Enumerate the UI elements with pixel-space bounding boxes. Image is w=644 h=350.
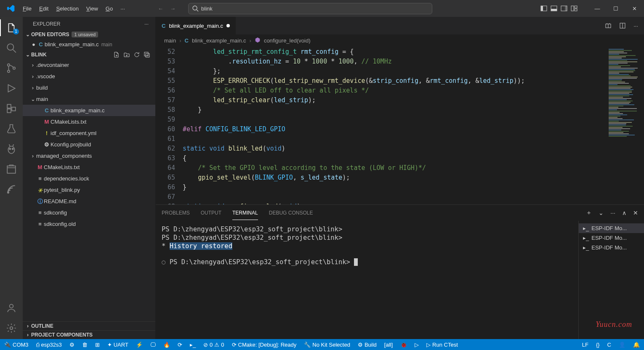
tree-item[interactable]: ≡dependencies.lock: [23, 173, 155, 184]
tab-output[interactable]: OUTPUT: [201, 210, 221, 216]
customize-layout-icon[interactable]: [571, 5, 577, 12]
open-editors-list: ● C blink_example_main.c main: [23, 39, 155, 50]
sb-kit[interactable]: 🔧 No Kit Selected: [302, 342, 352, 348]
new-folder-icon[interactable]: [123, 51, 130, 58]
breadcrumbs[interactable]: main › C blink_example_main.c › configur…: [156, 34, 644, 46]
tree-item[interactable]: ⌄main: [23, 93, 155, 105]
sb-gear-icon[interactable]: ⚙: [68, 342, 76, 348]
workspace-header[interactable]: ⌄ BLINK: [23, 50, 155, 59]
tab-terminal[interactable]: TERMINAL: [232, 210, 258, 216]
nav-back-icon[interactable]: ←: [158, 5, 163, 12]
sb-bell-icon[interactable]: 🔔: [631, 342, 641, 348]
sb-debug-icon[interactable]: 🐞: [399, 342, 409, 348]
terminal-list-item[interactable]: ▸_ESP-IDF Mo...: [579, 243, 644, 252]
sb-braces[interactable]: {}: [594, 342, 601, 348]
menu-file[interactable]: File: [19, 4, 35, 13]
toggle-secondary-sidebar-icon[interactable]: [561, 5, 567, 12]
extensions-icon[interactable]: [5, 103, 17, 114]
svg-line-12: [13, 49, 16, 53]
collapse-icon[interactable]: [144, 51, 150, 58]
maximize-panel-icon[interactable]: ∧: [622, 209, 626, 216]
menu-more[interactable]: ···: [117, 4, 128, 13]
project-components-header[interactable]: ›PROJECT COMPONENTS: [23, 330, 155, 339]
platformio-icon[interactable]: [5, 143, 17, 155]
tree-item[interactable]: ≡sdkconfig: [23, 207, 155, 218]
terminal-list-item[interactable]: ▸_ESP-IDF Mo...: [579, 233, 644, 243]
tree-item[interactable]: ›build: [23, 82, 155, 93]
terminal-more-icon[interactable]: ···: [610, 209, 615, 216]
close-panel-icon[interactable]: ✕: [633, 209, 638, 216]
refresh-icon[interactable]: [133, 51, 140, 58]
sb-terminal-icon[interactable]: ▸_: [188, 342, 197, 348]
sb-uart[interactable]: ✦ UART: [106, 342, 130, 348]
toggle-panel-icon[interactable]: [551, 5, 557, 12]
code-content[interactable]: led_strip_rmt_config_t rmt_config = { .r…: [183, 46, 607, 204]
minimap[interactable]: [607, 46, 644, 204]
editor-tab[interactable]: C blink_example_main.c: [156, 17, 236, 34]
tree-item[interactable]: !idf_component.yml: [23, 127, 155, 139]
espressif-icon[interactable]: [5, 183, 17, 195]
accounts-icon[interactable]: [5, 302, 17, 314]
settings-gear-icon[interactable]: [5, 322, 17, 334]
sb-ota-icon[interactable]: ⟳: [176, 342, 184, 348]
tree-item[interactable]: ⓘREADME.md: [23, 196, 155, 207]
sidebar-more-icon[interactable]: ···: [144, 21, 149, 27]
tab-debug-console[interactable]: DEBUG CONSOLE: [269, 210, 313, 216]
source-control-icon[interactable]: [5, 62, 17, 74]
minimize-icon[interactable]: —: [594, 5, 600, 12]
sb-build-button[interactable]: ⚙ Build: [356, 342, 378, 348]
menu-view[interactable]: View: [83, 4, 101, 13]
new-terminal-icon[interactable]: ＋: [586, 209, 592, 217]
close-icon[interactable]: ✕: [631, 5, 637, 12]
sb-target[interactable]: [all]: [383, 342, 394, 348]
tab-problems[interactable]: PROBLEMS: [162, 210, 190, 216]
tree-item[interactable]: Cblink_example_main.c: [23, 105, 155, 116]
sb-launch-icon[interactable]: ▷: [413, 342, 420, 348]
sb-feedback-icon[interactable]: 👤: [617, 342, 627, 348]
project-icon[interactable]: [5, 163, 17, 175]
menu-edit[interactable]: Edit: [36, 4, 52, 13]
sb-ctest[interactable]: ▷ Run CTest: [425, 342, 460, 348]
terminal-dropdown-icon[interactable]: ⌄: [599, 209, 604, 216]
tree-item[interactable]: ›managed_components: [23, 150, 155, 162]
sb-eol[interactable]: LF: [580, 342, 590, 348]
menu-go[interactable]: Go: [102, 4, 116, 13]
tree-item[interactable]: MCMakeLists.txt: [23, 116, 155, 127]
run-debug-icon[interactable]: [5, 82, 17, 94]
tree-item[interactable]: ⚹pytest_blink.py: [23, 184, 155, 196]
maximize-icon[interactable]: ☐: [613, 5, 619, 12]
new-file-icon[interactable]: [113, 51, 120, 58]
sb-cmake-status[interactable]: ⟳ CMake: [Debug]: Ready: [230, 342, 298, 348]
testing-icon[interactable]: [5, 123, 17, 135]
sb-flame-icon[interactable]: 🔥: [162, 342, 172, 348]
editor-pane[interactable]: 5253545556575859606162636465666768 led_s…: [156, 46, 644, 204]
tree-item[interactable]: ›.vscode: [23, 71, 155, 82]
tree-item[interactable]: ⚙Kconfig.projbuild: [23, 139, 155, 150]
outline-header[interactable]: ›OUTLINE: [23, 321, 155, 330]
svg-point-20: [9, 148, 11, 149]
terminal[interactable]: PS D:\zhengyad\ESP32\esp32_soft_project\…: [156, 221, 578, 339]
compare-icon[interactable]: [605, 22, 612, 29]
sb-port[interactable]: 🔌 COM3: [3, 342, 30, 348]
command-center[interactable]: blink: [188, 3, 432, 14]
tab-more-icon[interactable]: ···: [633, 23, 638, 29]
menu-selection[interactable]: Selection: [53, 4, 82, 13]
terminal-list-item[interactable]: ▸_ESP-IDF Mo...: [579, 223, 644, 233]
split-editor-icon[interactable]: [619, 22, 626, 29]
nav-forward-icon[interactable]: →: [170, 5, 176, 12]
sb-lang[interactable]: C: [606, 342, 613, 348]
sb-build-db-icon[interactable]: ⊞: [93, 342, 101, 348]
open-editor-item[interactable]: ● C blink_example_main.c main: [23, 39, 155, 50]
open-editors-header[interactable]: ⌄ OPEN EDITORS 1 unsaved: [23, 30, 155, 39]
explorer-icon[interactable]: 1: [5, 22, 17, 34]
sb-monitor-icon[interactable]: 🖵: [149, 342, 157, 348]
tree-item[interactable]: ›.devcontainer: [23, 59, 155, 71]
search-activity-icon[interactable]: [5, 42, 17, 54]
tree-item[interactable]: ≡sdkconfig.old: [23, 218, 155, 230]
tree-item[interactable]: MCMakeLists.txt: [23, 162, 155, 173]
toggle-primary-sidebar-icon[interactable]: [540, 5, 547, 12]
sb-errors[interactable]: ⊘ 0 ⚠ 0: [202, 342, 226, 348]
sb-clean-icon[interactable]: 🗑: [80, 342, 89, 348]
sb-flash-icon[interactable]: ⚡: [134, 342, 144, 348]
sb-chip[interactable]: ⎙ esp32s3: [35, 342, 64, 348]
